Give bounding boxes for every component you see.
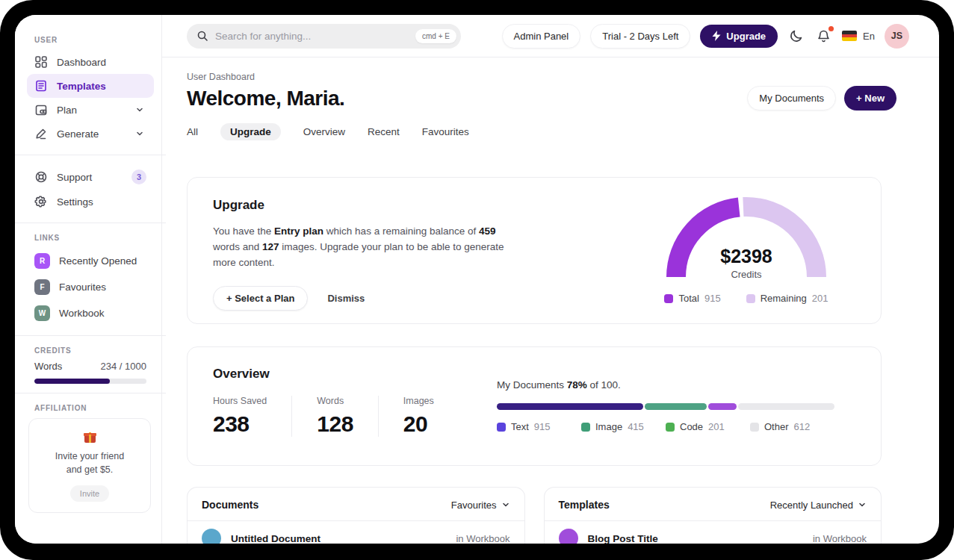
legend-item-text: Text915	[497, 421, 581, 432]
main-area: cmd + E Admin Panel Trial - 2 Days Left …	[162, 15, 939, 544]
title-row: Welcome, Maria. My Documents + New	[187, 86, 882, 111]
progress-caption: My Documents 78% of 100.	[497, 379, 834, 391]
sidebar: USER Dashboard Templates Plan Generate S…	[15, 15, 162, 544]
stat-value: 238	[213, 411, 267, 437]
gauge-legend: Total 915 Remaining 201	[664, 293, 828, 304]
upgrade-button[interactable]: Upgrade	[700, 25, 778, 48]
content: User Dashboard Welcome, Maria. My Docume…	[162, 72, 939, 544]
generate-pencil-icon	[34, 127, 48, 140]
legend-value: 915	[704, 293, 721, 304]
credits-gauge: $2398 Credits Total 915 Remaining	[664, 196, 828, 304]
sidebar-item-label: Settings	[57, 196, 93, 208]
sidebar-link-workbook[interactable]: W Workbook	[27, 300, 154, 326]
new-button[interactable]: + New	[844, 86, 896, 111]
documents-filter-dropdown[interactable]: Favourites	[451, 500, 510, 511]
dashboard-grid-icon	[34, 55, 48, 69]
link-letter-badge: W	[34, 305, 50, 321]
bar-segment-code	[708, 403, 737, 410]
templates-card-header: Templates Recently Launched	[545, 488, 882, 521]
stat-label: Images	[403, 396, 434, 406]
notifications-button[interactable]	[815, 28, 832, 45]
notification-dot	[828, 26, 834, 31]
tab-recent[interactable]: Recent	[368, 123, 400, 140]
dismiss-button[interactable]: Dismiss	[327, 293, 365, 304]
chevron-down-icon	[501, 500, 510, 509]
affiliation-text: Invite your friend and get $5.	[37, 449, 143, 476]
legend-label: Code	[680, 421, 703, 432]
tab-overview[interactable]: Overview	[303, 123, 345, 140]
templates-document-icon	[34, 79, 48, 93]
search-icon	[196, 30, 208, 42]
sidebar-section-credits: CREDITS	[34, 346, 154, 355]
sidebar-link-favourites[interactable]: F Favourites	[27, 274, 154, 300]
chevron-down-icon	[133, 129, 146, 138]
topbar: cmd + E Admin Panel Trial - 2 Days Left …	[162, 15, 939, 57]
sidebar-item-settings[interactable]: Settings	[27, 190, 154, 214]
templates-filter-dropdown[interactable]: Recently Launched	[770, 500, 867, 511]
select-plan-button[interactable]: + Select a Plan	[213, 286, 308, 311]
user-avatar[interactable]: JS	[885, 24, 909, 49]
trial-badge-button[interactable]: Trial - 2 Days Left	[590, 24, 690, 49]
legend-value: 415	[628, 421, 644, 432]
bottom-grid: Documents Favourites Untitled Document i…	[187, 487, 882, 544]
dark-mode-toggle[interactable]	[787, 27, 805, 45]
legend-label: Other	[764, 421, 789, 432]
legend-value: 201	[708, 421, 725, 432]
sidebar-section-links: LINKS	[34, 234, 154, 242]
overview-left: Overview Hours Saved 238 Words 128 Image…	[213, 367, 483, 446]
template-avatar	[559, 529, 578, 544]
language-label[interactable]: En	[863, 31, 875, 42]
template-row[interactable]: Blog Post Title in Workbook	[545, 521, 882, 544]
sidebar-section-affiliation: AFFILIATION	[34, 404, 154, 412]
device-frame: USER Dashboard Templates Plan Generate S…	[0, 0, 954, 560]
sidebar-item-support[interactable]: Support 3	[27, 164, 154, 190]
stacked-progress-bar	[497, 403, 834, 410]
template-location: in Workbook	[813, 533, 867, 544]
germany-flag-icon[interactable]	[842, 31, 857, 41]
sidebar-item-plan[interactable]: Plan	[27, 98, 154, 122]
search-input[interactable]	[215, 31, 409, 42]
sidebar-item-label: Support	[57, 172, 92, 183]
tab-upgrade[interactable]: Upgrade	[220, 123, 281, 140]
stat-words: Words 128	[317, 396, 379, 437]
sidebar-item-label: Recently Opened	[59, 255, 137, 267]
title-actions: My Documents + New	[747, 86, 896, 111]
gauge-value: $2398	[664, 246, 828, 267]
stat-value: 20	[403, 411, 434, 437]
document-avatar	[202, 529, 221, 544]
sidebar-item-label: Templates	[57, 81, 106, 92]
legend-swatch	[750, 423, 759, 432]
sidebar-item-templates[interactable]: Templates	[27, 74, 154, 98]
legend-label: Text	[511, 421, 529, 432]
overview-card: Overview Hours Saved 238 Words 128 Image…	[187, 346, 882, 466]
sidebar-item-label: Plan	[57, 105, 77, 116]
admin-panel-button[interactable]: Admin Panel	[502, 24, 581, 49]
moon-icon	[789, 28, 804, 43]
credits-words-value: 234 / 1000	[101, 361, 146, 372]
breadcrumb: User Dashboard	[187, 72, 882, 82]
sidebar-item-generate[interactable]: Generate	[27, 122, 154, 146]
sidebar-divider	[15, 223, 166, 223]
my-documents-button[interactable]: My Documents	[747, 86, 836, 111]
sidebar-link-recently-opened[interactable]: R Recently Opened	[27, 248, 154, 274]
stat-hours-saved: Hours Saved 238	[213, 396, 292, 437]
search-bar[interactable]: cmd + E	[187, 24, 461, 49]
credits-words-row: Words 234 / 1000	[34, 361, 146, 372]
stat-images: Images 20	[403, 396, 459, 437]
document-row[interactable]: Untitled Document in Workbook	[188, 521, 524, 544]
tab-all[interactable]: All	[187, 123, 198, 140]
support-count-badge: 3	[131, 169, 146, 184]
tab-favourites[interactable]: Favourites	[422, 123, 469, 140]
overview-stats: Hours Saved 238 Words 128 Images 20	[213, 396, 483, 437]
search-shortcut-badge: cmd + E	[415, 29, 456, 43]
affiliation-card: Invite your friend and get $5. Invite	[28, 418, 151, 513]
document-location: in Workbook	[456, 533, 509, 544]
legend-swatch	[664, 294, 673, 303]
legend-label: Image	[595, 421, 622, 432]
sidebar-item-dashboard[interactable]: Dashboard	[27, 50, 154, 74]
sidebar-item-label: Dashboard	[57, 57, 106, 68]
link-letter-badge: R	[34, 253, 50, 269]
plan-wallet-icon	[34, 103, 48, 116]
legend-value: 612	[794, 421, 811, 432]
invite-button[interactable]: Invite	[70, 485, 109, 502]
